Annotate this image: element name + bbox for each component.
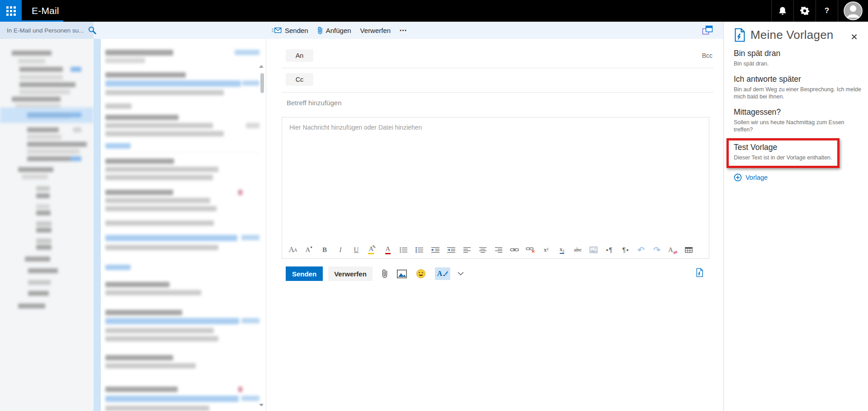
- message-row[interactable]: [105, 175, 259, 180]
- folder-row[interactable]: [0, 142, 94, 147]
- folder-row[interactable]: [0, 167, 94, 172]
- message-row[interactable]: [105, 115, 259, 120]
- insert-image-icon[interactable]: [588, 244, 599, 255]
- bold-icon[interactable]: [319, 244, 330, 255]
- text-highlight-color-icon[interactable]: [367, 244, 377, 255]
- folder-row[interactable]: [0, 82, 94, 87]
- folder-row[interactable]: [0, 149, 94, 154]
- more-compose-actions-button[interactable]: [458, 266, 464, 281]
- template-item[interactable]: Ich antworte später Bin auf dem Weg zu e…: [734, 75, 862, 101]
- numbered-list-icon[interactable]: [414, 244, 425, 255]
- font-color-icon[interactable]: [382, 244, 393, 255]
- message-row[interactable]: [105, 90, 259, 95]
- account-button[interactable]: [838, 0, 868, 22]
- attach-file-button[interactable]: [382, 266, 388, 281]
- send-button[interactable]: Senden: [286, 266, 323, 281]
- folder-row[interactable]: [0, 304, 94, 308]
- search-input[interactable]: [6, 27, 88, 34]
- message-row[interactable]: [105, 167, 259, 172]
- discard-toolbar-button[interactable]: Verwerfen: [360, 27, 391, 34]
- message-row[interactable]: [105, 72, 259, 78]
- help-button[interactable]: ?: [816, 0, 838, 22]
- message-row[interactable]: [105, 206, 259, 211]
- insert-table-icon[interactable]: [683, 244, 694, 255]
- message-row[interactable]: [105, 363, 259, 369]
- folder-row[interactable]: [0, 127, 94, 132]
- decrease-indent-icon[interactable]: [430, 244, 441, 255]
- folder-row[interactable]: [0, 156, 94, 161]
- bcc-button[interactable]: Bcc: [702, 52, 712, 59]
- underline-icon[interactable]: [351, 244, 362, 255]
- message-row[interactable]: [105, 235, 259, 241]
- scrollbar-thumb[interactable]: [260, 73, 264, 93]
- align-center-icon[interactable]: [477, 244, 488, 255]
- superscript-icon[interactable]: [541, 244, 552, 255]
- message-row[interactable]: [105, 328, 259, 333]
- message-row[interactable]: [105, 220, 259, 226]
- folder-row[interactable]: [0, 75, 94, 80]
- message-row[interactable]: [105, 80, 259, 87]
- folder-row[interactable]: [0, 97, 94, 102]
- strikethrough-icon[interactable]: [572, 244, 583, 255]
- cc-button[interactable]: Cc: [286, 73, 313, 86]
- message-row[interactable]: [105, 131, 259, 136]
- undo-icon[interactable]: [636, 244, 646, 255]
- add-template-button[interactable]: Vorlage: [734, 173, 862, 182]
- insert-image-button[interactable]: [397, 266, 407, 281]
- italic-icon[interactable]: [335, 244, 346, 255]
- my-templates-button[interactable]: [696, 268, 703, 279]
- scroll-down-arrow[interactable]: [259, 404, 264, 406]
- message-row[interactable]: [105, 50, 259, 56]
- formatting-options-button[interactable]: [435, 267, 450, 280]
- message-row[interactable]: [105, 406, 259, 411]
- search-icon[interactable]: [88, 26, 97, 35]
- folder-pane[interactable]: [0, 39, 94, 411]
- open-in-new-window-button[interactable]: [702, 25, 713, 37]
- font-icon[interactable]: [288, 244, 298, 255]
- redo-icon[interactable]: [651, 244, 662, 255]
- message-row[interactable]: [105, 310, 259, 315]
- subscript-icon[interactable]: [557, 244, 567, 255]
- scroll-up-arrow[interactable]: [259, 65, 264, 68]
- folder-row[interactable]: [0, 59, 94, 64]
- message-row[interactable]: [105, 245, 259, 250]
- send-toolbar-button[interactable]: Senden: [272, 27, 308, 34]
- right-to-left-icon[interactable]: [620, 244, 631, 255]
- folder-row[interactable]: [0, 89, 94, 94]
- font-size-icon[interactable]: [303, 244, 314, 255]
- folder-row[interactable]: [0, 280, 94, 285]
- insert-link-icon[interactable]: [509, 244, 520, 255]
- message-row[interactable]: [105, 387, 259, 392]
- message-row[interactable]: [105, 159, 259, 164]
- close-panel-button[interactable]: [850, 33, 858, 42]
- folder-row[interactable]: [0, 135, 94, 140]
- message-row[interactable]: [105, 103, 259, 109]
- message-row[interactable]: [105, 123, 259, 128]
- app-launcher-button[interactable]: [0, 0, 22, 22]
- message-row[interactable]: [105, 143, 259, 149]
- message-row[interactable]: [105, 290, 259, 295]
- more-commands-button[interactable]: •••: [400, 28, 407, 33]
- bulleted-list-icon[interactable]: [398, 244, 409, 255]
- subject-input[interactable]: [286, 98, 559, 107]
- attach-toolbar-button[interactable]: Anfügen: [317, 26, 351, 35]
- folder-row[interactable]: [0, 257, 94, 262]
- folder-row[interactable]: [0, 174, 94, 179]
- template-item[interactable]: Test Vorlage Dieser Text ist in der Vorl…: [726, 138, 840, 168]
- folder-row[interactable]: [0, 228, 94, 233]
- message-row[interactable]: [105, 190, 259, 195]
- template-item[interactable]: Bin spät dran Bin spät dran.: [734, 49, 862, 68]
- to-button[interactable]: An: [286, 49, 313, 62]
- folder-row[interactable]: [0, 221, 94, 226]
- clear-formatting-icon[interactable]: [667, 244, 678, 255]
- folder-row[interactable]: [0, 112, 94, 118]
- folder-row[interactable]: [0, 204, 94, 209]
- message-row[interactable]: [105, 198, 259, 203]
- folder-row[interactable]: [0, 238, 94, 243]
- folder-row[interactable]: [0, 245, 94, 250]
- search-box[interactable]: [0, 22, 94, 39]
- align-left-icon[interactable]: [462, 244, 472, 255]
- message-row[interactable]: [105, 153, 259, 153]
- message-list[interactable]: [101, 39, 266, 411]
- message-row[interactable]: [105, 355, 259, 360]
